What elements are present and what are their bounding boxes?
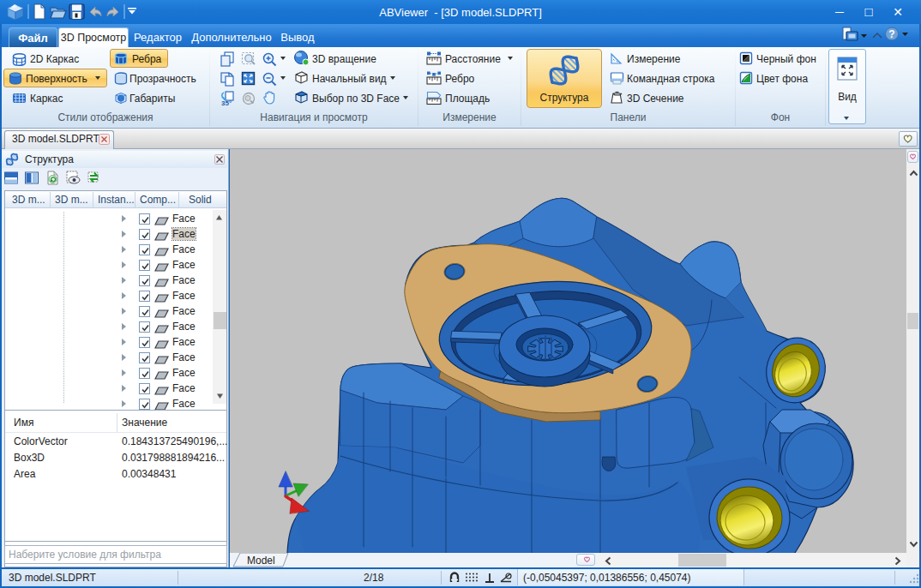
svg-text:Model: Model xyxy=(247,555,275,567)
svg-text:?: ? xyxy=(888,28,894,40)
svg-text:35°: 35° xyxy=(221,99,232,107)
